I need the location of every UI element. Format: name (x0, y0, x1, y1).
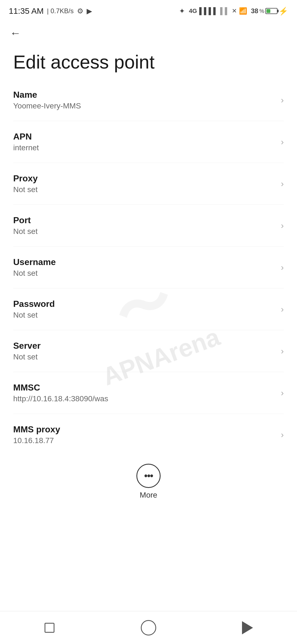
settings-item-text: PasswordNot set (13, 299, 275, 320)
status-speed: | 0.7KB/s (47, 7, 74, 15)
settings-item-label: Port (13, 215, 275, 225)
chevron-right-icon: › (281, 430, 284, 440)
settings-item-value: Not set (13, 269, 275, 278)
settings-item[interactable]: UsernameNot set› (13, 247, 284, 288)
settings-item-value: Not set (13, 353, 275, 361)
settings-item[interactable]: APNinternet› (13, 121, 284, 163)
settings-item[interactable]: PasswordNot set› (13, 288, 284, 330)
chevron-right-icon: › (281, 95, 284, 105)
bluetooth-icon: ✦ (179, 7, 185, 15)
4g-icon: 4G (189, 7, 197, 15)
chevron-right-icon: › (281, 179, 284, 189)
more-label: More (140, 491, 157, 500)
settings-item-label: Server (13, 341, 275, 351)
more-button[interactable]: ••• (136, 464, 161, 488)
chevron-right-icon: › (281, 388, 284, 398)
settings-item[interactable]: PortNot set› (13, 205, 284, 247)
battery-box (265, 8, 277, 14)
settings-icon: ⚙ (77, 7, 83, 15)
status-bar: 11:35 AM | 0.7KB/s ⚙ ▶ ✦ 4G ▌▌▌▌ ▌▌ ✕ 📶 … (0, 0, 297, 20)
battery-percent: 38 (251, 7, 258, 15)
settings-item[interactable]: MMSChttp://10.16.18.4:38090/was› (13, 372, 284, 414)
settings-item-text: UsernameNot set (13, 257, 275, 278)
camera-icon: ▶ (87, 7, 92, 15)
settings-item-label: Name (13, 90, 275, 100)
settings-item-value: Not set (13, 185, 275, 194)
page-title: Edit access point (13, 51, 284, 73)
more-dots-icon: ••• (144, 471, 153, 481)
settings-item-value: 10.16.18.77 (13, 436, 275, 445)
settings-item-label: Proxy (13, 173, 275, 184)
settings-item-label: Password (13, 299, 275, 309)
home-icon (141, 620, 156, 635)
chevron-right-icon: › (281, 137, 284, 147)
settings-item[interactable]: ServerNot set› (13, 330, 284, 372)
settings-item[interactable]: NameYoomee-Ivery-MMS› (13, 79, 284, 121)
recent-apps-button[interactable] (38, 617, 61, 639)
settings-item[interactable]: MMS proxy10.16.18.77› (13, 414, 284, 455)
battery-indicator: 38 % ⚡ (251, 7, 288, 16)
settings-item[interactable]: ProxyNot set› (13, 163, 284, 205)
battery-fill (266, 9, 270, 13)
settings-item-text: ServerNot set (13, 341, 275, 361)
back-nav-button[interactable] (237, 617, 258, 639)
status-right: ✦ 4G ▌▌▌▌ ▌▌ ✕ 📶 38 % ⚡ (179, 7, 288, 16)
recent-apps-icon (45, 623, 54, 633)
settings-item-label: MMS proxy (13, 424, 275, 435)
settings-item-label: Username (13, 257, 275, 267)
settings-item-value: Yoomee-Ivery-MMS (13, 102, 275, 110)
settings-item-label: APN (13, 132, 275, 142)
chevron-right-icon: › (281, 262, 284, 272)
settings-item-text: PortNot set (13, 215, 275, 236)
wifi-icon: 📶 (239, 7, 247, 15)
settings-item-value: Not set (13, 311, 275, 320)
settings-item-value: http://10.16.18.4:38090/was (13, 394, 275, 403)
settings-item-text: MMSChttp://10.16.18.4:38090/was (13, 383, 275, 403)
chevron-right-icon: › (281, 304, 284, 314)
bottom-nav (0, 611, 297, 644)
signal-bars-1: ▌▌▌▌ (199, 7, 218, 15)
status-time: 11:35 AM (9, 6, 44, 16)
top-nav: ← (0, 20, 297, 41)
chevron-right-icon: › (281, 346, 284, 356)
settings-item-text: MMS proxy10.16.18.77 (13, 424, 275, 445)
settings-item-label: MMSC (13, 383, 275, 393)
settings-item-text: ProxyNot set (13, 173, 275, 194)
back-nav-icon (242, 621, 253, 634)
settings-item-text: APNinternet (13, 132, 275, 152)
no-signal-icon: ✕ (232, 7, 237, 15)
home-button[interactable] (138, 617, 160, 639)
charging-icon: ⚡ (279, 7, 288, 16)
settings-list: NameYoomee-Ivery-MMS›APNinternet›ProxyNo… (0, 79, 297, 455)
settings-item-value: internet (13, 143, 275, 152)
signal-icons: 4G ▌▌▌▌ ▌▌ ✕ 📶 (189, 7, 247, 15)
signal-bars-2: ▌▌ (220, 7, 229, 15)
status-left: 11:35 AM | 0.7KB/s ⚙ ▶ (9, 6, 92, 16)
chevron-right-icon: › (281, 220, 284, 231)
settings-item-value: Not set (13, 227, 275, 236)
page-title-section: Edit access point (0, 41, 297, 79)
more-section: ••• More (0, 455, 297, 505)
settings-item-text: NameYoomee-Ivery-MMS (13, 90, 275, 110)
back-button[interactable]: ← (10, 28, 21, 39)
